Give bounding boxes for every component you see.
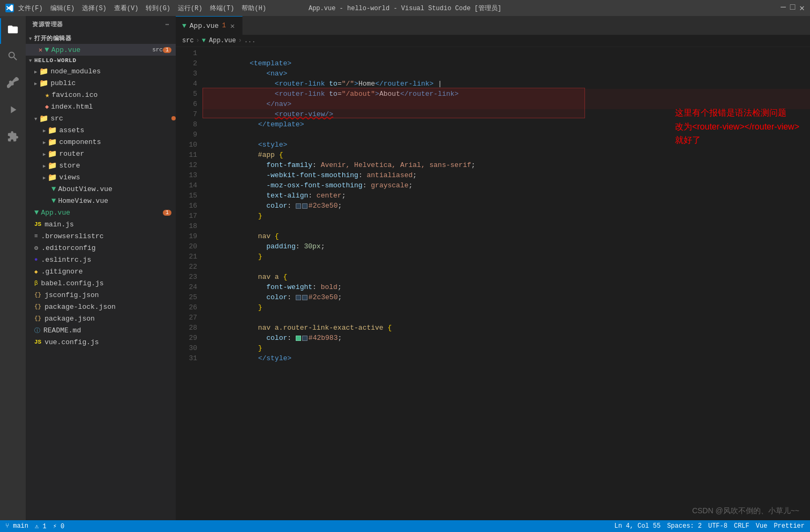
tab-appvue[interactable]: ▼ App.vue 1 ✕ bbox=[176, 16, 243, 35]
project-chevron bbox=[29, 57, 32, 64]
code-line-27: nav a.router-link-exact-active { bbox=[202, 313, 810, 323]
store-folder-icon: 📁 bbox=[48, 161, 57, 170]
tree-favicon[interactable]: ★ favicon.ico bbox=[26, 89, 176, 101]
router-label: router bbox=[59, 150, 176, 158]
code-line-3: <router-link to="/">Home</router-link> | bbox=[202, 69, 810, 79]
ln25: 25 bbox=[176, 292, 197, 302]
favicon-icon: ★ bbox=[45, 90, 49, 100]
vue-file-icon: ▼ bbox=[44, 45, 49, 54]
code-area[interactable]: 这里有个报错是语法检测问题 改为<router-view></router-vi… bbox=[202, 47, 810, 520]
breadcrumb-src: src bbox=[182, 37, 194, 44]
minimize-icon[interactable]: ─ bbox=[781, 3, 786, 13]
tree-browserslistrc[interactable]: ≡ .browserslistrc bbox=[26, 230, 176, 242]
code-line-13: -moz-osx-font-smoothing: grayscale; bbox=[202, 170, 810, 180]
vue-icon: ▼ bbox=[51, 185, 56, 193]
src-folder-icon: 📁 bbox=[39, 114, 48, 123]
tree-views[interactable]: 📁 views bbox=[26, 171, 176, 183]
open-editors-section[interactable]: 打开的编辑器 bbox=[26, 33, 176, 44]
tree-main-js[interactable]: JS main.js bbox=[26, 218, 176, 230]
router-folder-icon: 📁 bbox=[48, 149, 57, 158]
cursor-position[interactable]: Ln 4, Col 55 bbox=[614, 522, 661, 530]
menu-select[interactable]: 选择(S) bbox=[82, 4, 107, 13]
tree-index-html[interactable]: ◆ index.html bbox=[26, 101, 176, 112]
activity-bar bbox=[0, 16, 26, 520]
close-icon[interactable]: ✕ bbox=[39, 46, 42, 54]
app-vue-label: App.vue bbox=[41, 209, 163, 217]
close-icon[interactable]: ✕ bbox=[799, 3, 805, 13]
editor-area: ▼ App.vue 1 ✕ src › ▼ App.vue › ... 1 2 … bbox=[176, 16, 810, 520]
warnings-count[interactable]: ⚡ 0 bbox=[53, 522, 65, 530]
main-js-label: main.js bbox=[44, 221, 176, 229]
tree-eslintrc[interactable]: ● .eslintrc.js bbox=[26, 254, 176, 265]
js-icon: JS bbox=[34, 221, 41, 227]
tree-homeview[interactable]: ▼ HomeView.vue bbox=[26, 195, 176, 207]
breadcrumb-file: App.vue bbox=[209, 37, 236, 44]
line-ending[interactable]: CRLF bbox=[734, 522, 749, 530]
tree-vue-config[interactable]: JS vue.config.js bbox=[26, 336, 176, 348]
formatter[interactable]: Prettier bbox=[774, 522, 805, 530]
maximize-icon[interactable]: □ bbox=[790, 3, 796, 13]
activity-explorer[interactable] bbox=[0, 18, 26, 44]
folder-icon: 📁 bbox=[39, 67, 48, 76]
router-chevron bbox=[43, 150, 46, 158]
ln20: 20 bbox=[176, 241, 197, 252]
spaces-info[interactable]: Spaces: 2 bbox=[667, 522, 702, 530]
code-line-22: nav a { bbox=[202, 262, 810, 272]
tree-package-lock[interactable]: {} package-lock.json bbox=[26, 301, 176, 313]
editorconfig-label: .editorconfig bbox=[41, 244, 176, 252]
errors-count[interactable]: ⚠ 1 bbox=[35, 522, 47, 530]
code-line-1: <template> bbox=[202, 48, 810, 58]
tab-vue-icon: ▼ bbox=[182, 22, 186, 30]
tree-components[interactable]: 📁 components bbox=[26, 136, 176, 148]
git-branch[interactable]: ⑂ main bbox=[5, 522, 28, 530]
menu-run[interactable]: 运行(R) bbox=[178, 4, 202, 13]
language-mode[interactable]: Vue bbox=[756, 522, 768, 530]
project-section[interactable]: HELLO-WORLD bbox=[26, 56, 176, 65]
sidebar-header-icons: ⋯ bbox=[166, 21, 169, 28]
new-file-icon[interactable]: ⋯ bbox=[166, 21, 169, 28]
open-file-path: src bbox=[152, 47, 163, 53]
tree-src[interactable]: 📁 src bbox=[26, 112, 176, 124]
components-folder-icon: 📁 bbox=[48, 138, 57, 147]
menu-terminal[interactable]: 终端(T) bbox=[210, 4, 235, 13]
title-bar-left: 文件(F) 编辑(E) 选择(S) 查看(V) 转到(G) 运行(R) 终端(T… bbox=[5, 4, 266, 13]
tree-app-vue[interactable]: ▼ App.vue 1 bbox=[26, 207, 176, 218]
tree-editorconfig[interactable]: ⚙ .editorconfig bbox=[26, 242, 176, 254]
activity-search[interactable] bbox=[0, 45, 26, 71]
package-lock-label: package-lock.json bbox=[44, 303, 176, 311]
tree-jsconfig[interactable]: {} jsconfig.json bbox=[26, 289, 176, 301]
vue-config-label: vue.config.js bbox=[44, 338, 176, 346]
tree-aboutview[interactable]: ▼ AboutView.vue bbox=[26, 183, 176, 195]
tree-public[interactable]: 📁 public bbox=[26, 77, 176, 89]
menu-edit[interactable]: 编辑(E) bbox=[50, 4, 75, 13]
public-label: public bbox=[50, 79, 176, 87]
encoding[interactable]: UTF-8 bbox=[708, 522, 728, 530]
tree-node-modules[interactable]: 📁 node_modules bbox=[26, 65, 176, 77]
menu-help[interactable]: 帮助(H) bbox=[242, 4, 266, 13]
aboutview-label: AboutView.vue bbox=[58, 185, 176, 193]
title-bar: 文件(F) 编辑(E) 选择(S) 查看(V) 转到(G) 运行(R) 终端(T… bbox=[0, 0, 810, 16]
tree-package[interactable]: {} package.json bbox=[26, 313, 176, 324]
menu-file[interactable]: 文件(F) bbox=[18, 4, 43, 13]
assets-label: assets bbox=[59, 126, 176, 134]
activity-extensions[interactable] bbox=[0, 125, 26, 151]
tree-gitignore[interactable]: ◆ .gitignore bbox=[26, 265, 176, 277]
activity-run[interactable] bbox=[0, 98, 26, 124]
tree-router[interactable]: 📁 router bbox=[26, 148, 176, 159]
tree-store[interactable]: 📁 store bbox=[26, 159, 176, 171]
open-file-appvue[interactable]: ✕ ▼ App.vue src 1 bbox=[26, 44, 176, 56]
favicon-label: favicon.ico bbox=[51, 91, 176, 99]
tab-close-button[interactable]: ✕ bbox=[229, 21, 236, 31]
folder-icon: 📁 bbox=[39, 79, 48, 88]
src-chevron bbox=[34, 115, 37, 123]
eslintrc-label: .eslintrc.js bbox=[41, 256, 176, 264]
tree-babel[interactable]: β babel.config.js bbox=[26, 277, 176, 289]
code-line-5: </nav> bbox=[202, 89, 810, 99]
vscode-icon bbox=[5, 4, 14, 12]
menu-view[interactable]: 查看(V) bbox=[114, 4, 139, 13]
tree-readme[interactable]: ⓘ README.md bbox=[26, 324, 176, 336]
tree-assets[interactable]: 📁 assets bbox=[26, 124, 176, 136]
menu-goto[interactable]: 转到(G) bbox=[146, 4, 170, 13]
activity-git[interactable] bbox=[0, 72, 26, 97]
window-title: App.vue - hello-world - Visual Studio Co… bbox=[309, 4, 501, 13]
